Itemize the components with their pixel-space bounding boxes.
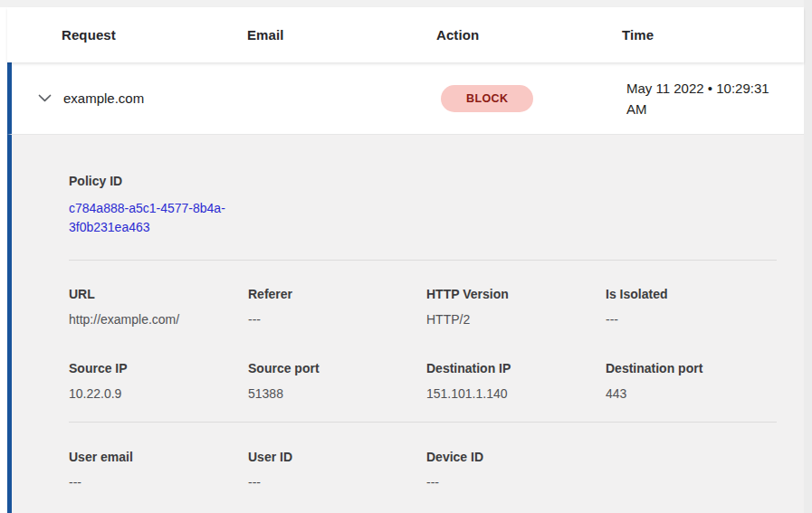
page-top-strip [0, 0, 812, 7]
field-label: Source port [248, 361, 426, 375]
field-value: --- [248, 312, 426, 327]
field-value: --- [426, 475, 606, 489]
column-header-request: Request [7, 27, 247, 43]
field-value: HTTP/2 [426, 312, 606, 327]
field-label: Destination IP [426, 361, 606, 375]
field-device-id: Device ID --- [426, 450, 606, 489]
field-source-port: Source port 51388 [248, 361, 426, 401]
field-label: Is Isolated [606, 287, 777, 301]
table-row[interactable]: example.com BLOCK May 11 2022 • 10:29:31… [7, 62, 804, 135]
row-detail-panel: Policy ID c784a888-a5c1-4577-8b4a-3f0b23… [7, 135, 804, 513]
field-label: Referer [248, 287, 426, 301]
field-empty [606, 450, 777, 489]
policy-id-link[interactable]: c784a888-a5c1-4577-8b4a-3f0b231ea463 [69, 199, 250, 237]
section-divider [69, 260, 777, 261]
field-value: 10.22.0.9 [69, 386, 248, 401]
section-divider [69, 422, 777, 423]
field-label: URL [69, 287, 248, 301]
field-value: --- [606, 312, 777, 327]
column-header-action: Action [436, 27, 622, 43]
action-cell: BLOCK [441, 85, 626, 112]
column-header-time: Time [622, 27, 804, 43]
table-header-row: Request Email Action Time [7, 7, 804, 62]
column-header-email: Email [247, 27, 436, 43]
field-source-ip: Source IP 10.22.0.9 [69, 361, 248, 401]
field-value: --- [69, 475, 248, 489]
field-label: User ID [248, 450, 426, 464]
detail-row-network: Source IP 10.22.0.9 Source port 51388 De… [69, 361, 777, 401]
request-domain: example.com [63, 90, 144, 106]
field-referer: Referer --- [248, 287, 426, 327]
field-destination-ip: Destination IP 151.101.1.140 [426, 361, 606, 401]
field-label: Source IP [69, 361, 248, 375]
policy-id-label: Policy ID [69, 174, 777, 188]
field-value: http://example.com/ [69, 312, 248, 327]
field-value: 151.101.1.140 [426, 386, 606, 401]
log-table: Request Email Action Time example.com BL… [7, 7, 804, 513]
block-status-badge: BLOCK [441, 85, 533, 112]
field-destination-port: Destination port 443 [606, 361, 777, 401]
field-label: Device ID [426, 450, 606, 464]
chevron-down-icon[interactable] [38, 94, 52, 102]
field-user-id: User ID --- [248, 450, 426, 489]
field-value: --- [248, 475, 426, 489]
field-label: HTTP Version [426, 287, 606, 301]
field-url: URL http://example.com/ [69, 287, 248, 327]
detail-row-http: URL http://example.com/ Referer --- HTTP… [69, 287, 777, 327]
policy-section: Policy ID c784a888-a5c1-4577-8b4a-3f0b23… [69, 174, 777, 237]
field-value: 443 [606, 386, 777, 401]
field-label: User email [69, 450, 248, 464]
field-http-version: HTTP Version HTTP/2 [426, 287, 606, 327]
field-is-isolated: Is Isolated --- [606, 287, 777, 327]
time-cell: May 11 2022 • 10:29:31 AM [626, 78, 804, 119]
page-right-gutter [804, 0, 812, 513]
detail-row-user: User email --- User ID --- Device ID --- [69, 450, 777, 489]
field-value: 51388 [248, 386, 426, 401]
field-user-email: User email --- [69, 450, 248, 489]
request-cell: example.com [12, 90, 252, 106]
field-label: Destination port [606, 361, 777, 375]
